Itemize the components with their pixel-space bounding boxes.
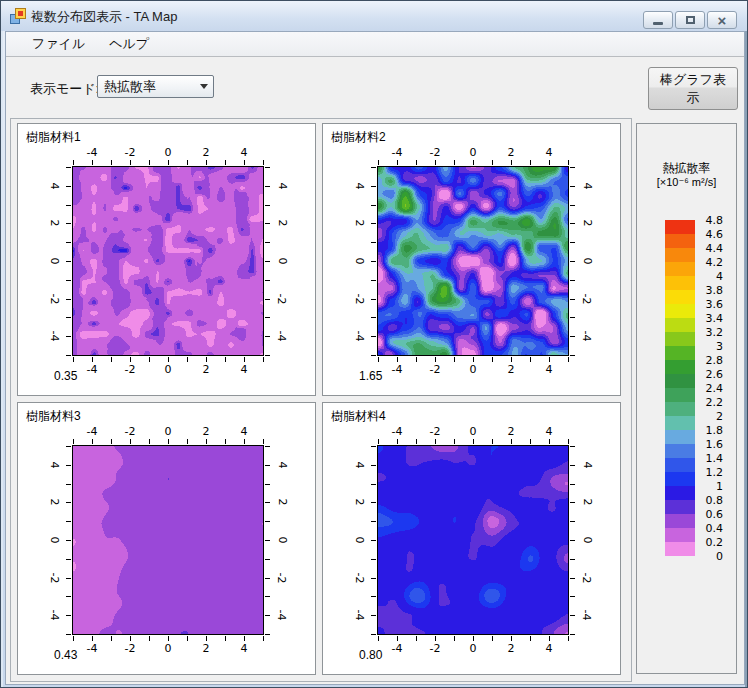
axis-tick [111,357,112,362]
app-icon-square-red [18,11,23,16]
y-tick-label: 0 [276,537,289,544]
app-window: 複数分布図表示 - TA Map × ファイル ヘルプ 表示モード: 熱拡散率 … [0,0,748,688]
axis-tick [570,615,575,616]
axis-tick [168,160,169,165]
heatmap-canvas-2 [378,167,568,355]
x-tick-label: 4 [241,146,248,159]
axis-tick [568,636,569,641]
axis-tick [265,186,270,187]
axis-tick [371,205,376,206]
axis-tick [149,357,150,362]
x-tick-label: -4 [87,642,98,655]
menu-item-file[interactable]: ファイル [20,32,97,56]
chevron-down-icon [200,84,208,89]
axis-tick [435,160,436,165]
axis-tick [473,160,474,165]
axis-tick [570,540,575,541]
axis-tick [371,578,376,579]
axis-tick [265,578,270,579]
colorbar-swatch [665,262,695,276]
axis-tick [570,186,575,187]
colorbar-unit: [×10⁻⁶ m²/s] [637,176,736,189]
y-tick-label: 2 [276,220,289,227]
x-tick-label: 0 [470,146,477,159]
colorbar-swatch [665,346,695,360]
axis-tick [265,299,270,300]
axis-tick [371,336,376,337]
client-area: ファイル ヘルプ 表示モード: 熱拡散率 棒グラフ表示 樹脂材料1-4-444-… [5,31,745,685]
axis-tick [371,223,376,224]
colorbar-tick-label: 3.6 [697,298,723,311]
axis-tick [66,615,71,616]
axis-tick [265,355,270,356]
axis-tick [111,636,112,641]
y-tick-label: 2 [353,220,366,227]
axis-tick [111,160,112,165]
minimize-icon [653,22,663,25]
toolbar: 表示モード: 熱拡散率 棒グラフ表示 [6,58,744,118]
axis-tick [570,205,575,206]
axis-tick [416,357,417,362]
mean-value-2: 1.65 [359,369,382,383]
display-mode-label: 表示モード: [30,80,99,98]
colorbar-tick-label: 3 [697,340,723,353]
x-tick-label: 2 [508,363,515,376]
axis-tick [435,636,436,641]
axis-tick [206,357,207,362]
x-tick-label: -4 [392,425,403,438]
plot-area-4: -4-444-2-222000022-2-244-4-4 [377,445,569,635]
y-tick-label: 0 [353,537,366,544]
axis-tick [66,205,71,206]
x-tick-label: 2 [203,642,210,655]
axis-tick [473,439,474,444]
y-tick-label: -4 [276,610,289,621]
x-tick-label: 2 [508,425,515,438]
colorbar-panel: 熱拡散率 [×10⁻⁶ m²/s] 4.84.64.44.243.83.63.4… [636,123,737,674]
y-tick-label: 2 [276,499,289,506]
panel-title-2: 樹脂材料2 [331,129,386,146]
axis-tick [187,439,188,444]
axis-tick [265,465,270,466]
minimize-button[interactable] [643,11,673,29]
axis-tick [66,634,71,635]
axis-tick [265,559,270,560]
axis-tick [244,439,245,444]
axis-tick [371,167,376,168]
colorbar-tick-label: 0.8 [697,494,723,507]
axis-tick [149,636,150,641]
colorbar-tick-label: 3.2 [697,326,723,339]
display-mode-combobox[interactable]: 熱拡散率 [97,75,214,98]
axis-tick [454,160,455,165]
axis-tick [397,357,398,362]
axis-tick [73,439,74,444]
y-tick-label: 2 [48,499,61,506]
axis-tick [92,160,93,165]
axis-tick [473,357,474,362]
x-tick-label: -2 [125,363,136,376]
axis-tick [570,634,575,635]
bar-graph-button[interactable]: 棒グラフ表示 [648,67,738,110]
menu-item-help[interactable]: ヘルプ [97,32,161,56]
colorbar-swatch [665,486,695,500]
y-tick-label: 2 [353,499,366,506]
colorbar-tick-label: 2.4 [697,382,723,395]
axis-tick [263,439,264,444]
axis-tick [511,357,512,362]
maximize-button[interactable] [675,11,705,29]
axis-tick [371,540,376,541]
close-button[interactable]: × [707,11,737,29]
x-tick-label: -2 [125,425,136,438]
x-tick-label: -2 [430,642,441,655]
plot-area-3: -4-444-2-222000022-2-244-4-4 [72,445,264,635]
axis-tick [265,502,270,503]
y-tick-label: 2 [48,220,61,227]
axis-tick [530,439,531,444]
x-tick-label: 4 [241,425,248,438]
axis-tick [187,160,188,165]
colorbar-swatch [665,458,695,472]
colorbar-tick-label: 1 [697,480,723,493]
axis-tick [378,160,379,165]
y-tick-label: -4 [48,610,61,621]
combobox-dropdown-arrow[interactable] [195,84,213,89]
axis-tick [371,261,376,262]
